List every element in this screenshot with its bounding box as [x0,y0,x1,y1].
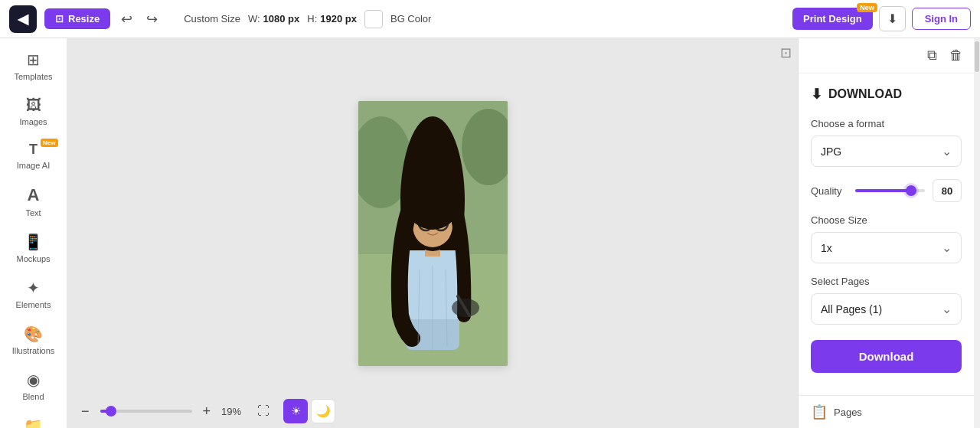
height-label: H: [307,13,317,25]
sidebar-item-images[interactable]: 🖼 Images [6,90,61,132]
zoom-out-button[interactable]: − [77,402,94,421]
canvas-height: H: 1920 px [307,13,357,25]
zoom-plus-icon: + [203,403,211,419]
bg-color-swatch[interactable] [364,10,383,28]
sidebar-item-label: Mockups [16,254,50,263]
zoom-in-button[interactable]: + [198,402,216,421]
print-new-badge: New [857,3,877,12]
image-ai-new-badge: New [41,139,57,147]
download-button[interactable]: Download [811,340,962,373]
sidebar-item-text[interactable]: A Text [6,179,61,224]
size-dropdown-arrow: ⌄ [942,240,952,255]
theme-buttons: ☀ 🌙 [283,399,335,423]
redo-button[interactable]: ↪ [143,8,161,31]
quality-row: Quality 80 [811,179,962,202]
right-panel-top: ⧉ 🗑 [799,38,974,74]
download-arrow-icon: ⬇ [811,86,822,103]
pages-dropdown[interactable]: All Pages (1) ⌄ [811,293,962,325]
text-icon: A [28,185,40,205]
sign-in-label: Sign In [925,13,958,25]
templates-icon: ⊞ [27,51,40,69]
quality-slider-thumb [906,185,916,196]
sidebar-item-label: Elements [16,300,51,309]
image-ai-icon: T [29,142,38,158]
zoom-bar: − + 19% ⛶ ☀ 🌙 [67,394,798,428]
size-dropdown[interactable]: 1x ⌄ [811,232,962,263]
undo-icon: ↩ [121,11,132,28]
zoom-slider-thumb [106,406,116,417]
pages-select-label: Select Pages [811,276,962,287]
zoom-fit-button[interactable]: ⛶ [254,401,273,421]
download-topbar-icon: ⬇ [887,12,897,25]
moon-icon: 🌙 [316,404,331,418]
undo-button[interactable]: ↩ [118,8,136,31]
pages-value: All Pages (1) [821,303,882,315]
sidebar-item-mockups[interactable]: 📱 Mockups [6,227,61,270]
canvas-info: Custom Size W: 1080 px H: 1920 px BG Col… [168,10,785,28]
main-area: ⊞ Templates 🖼 Images T Image AI New A Te… [0,38,980,428]
quality-value: 80 [933,179,962,202]
sidebar-item-my-files[interactable]: 📁 My Files [6,410,61,428]
print-design-button[interactable]: Print Design New [792,8,873,30]
copy-panel-button[interactable]: ⧉ [924,44,940,67]
logo-icon: ◀ [18,11,28,28]
pages-footer[interactable]: 📋 Pages [799,395,974,428]
format-dropdown-arrow: ⌄ [942,144,952,158]
zoom-minus-icon: − [81,403,90,419]
sidebar-item-elements[interactable]: ✦ Elements [6,273,61,315]
topbar-right: Print Design New ⬇ Sign In [792,6,971,31]
width-value: 1080 px [263,13,300,25]
light-theme-button[interactable]: ☀ [283,399,308,423]
download-panel: ⬇ DOWNLOAD Choose a format JPG ⌄ Quality… [799,74,974,395]
delete-panel-button[interactable]: 🗑 [946,44,966,67]
blend-icon: ◉ [27,371,40,389]
format-label: Choose a format [811,118,962,129]
sidebar-item-illustrations[interactable]: 🎨 Illustrations [6,319,61,361]
sign-in-button[interactable]: Sign In [912,8,971,30]
quality-slider[interactable] [855,189,925,192]
pages-dropdown-arrow: ⌄ [942,302,952,316]
mockups-icon: 📱 [24,233,43,251]
resize-icon: ⊡ [55,13,64,25]
width-label: W: [248,13,260,25]
copy-icon: ⧉ [927,47,937,63]
illustrations-icon: 🎨 [24,325,43,343]
sidebar-item-label: Illustrations [12,346,55,355]
scrollbar-thumb [975,41,979,72]
zoom-fit-icon: ⛶ [257,404,270,417]
delete-icon: 🗑 [949,47,963,63]
resize-button[interactable]: ⊡ Resize [44,8,110,29]
sidebar-item-image-ai[interactable]: T Image AI New [6,136,61,176]
canvas-size-label: Custom Size [184,13,240,25]
sidebar-item-blend[interactable]: ◉ Blend [6,364,61,407]
sun-icon: ☀ [291,404,301,418]
download-topbar-button[interactable]: ⬇ [879,6,906,31]
size-value: 1x [821,242,832,254]
format-value: JPG [821,145,841,158]
quality-slider-fill [855,189,911,192]
topbar: ◀ ⊡ Resize ↩ ↪ Custom Size W: 1080 px H:… [0,0,980,38]
pages-label: Pages [834,407,862,418]
images-icon: 🖼 [26,96,41,114]
download-title: ⬇ DOWNLOAD [811,86,962,103]
zoom-slider[interactable] [100,410,192,413]
pages-icon: 📋 [811,403,828,420]
logo[interactable]: ◀ [9,5,37,33]
my-files-icon: 📁 [24,417,43,428]
dark-theme-button[interactable]: 🌙 [311,399,335,423]
redo-icon: ↪ [146,11,158,28]
format-dropdown[interactable]: JPG ⌄ [811,136,962,167]
scrollbar[interactable] [974,38,980,428]
download-btn-label: Download [859,350,914,363]
canvas-image [358,101,508,366]
grid-icon[interactable]: ⊡ [780,44,792,61]
sidebar-item-label: Image AI [17,161,50,170]
resize-label: Resize [68,13,100,25]
sidebar-item-templates[interactable]: ⊞ Templates [6,44,61,87]
canvas-area[interactable]: ⊡ [67,38,798,428]
canvas-width: W: 1080 px [248,13,299,25]
elements-icon: ✦ [27,279,40,297]
download-title-text: DOWNLOAD [828,87,902,101]
right-panel: ⧉ 🗑 ⬇ DOWNLOAD Choose a format JPG ⌄ Qua… [798,38,974,428]
canvas-content [358,101,508,366]
